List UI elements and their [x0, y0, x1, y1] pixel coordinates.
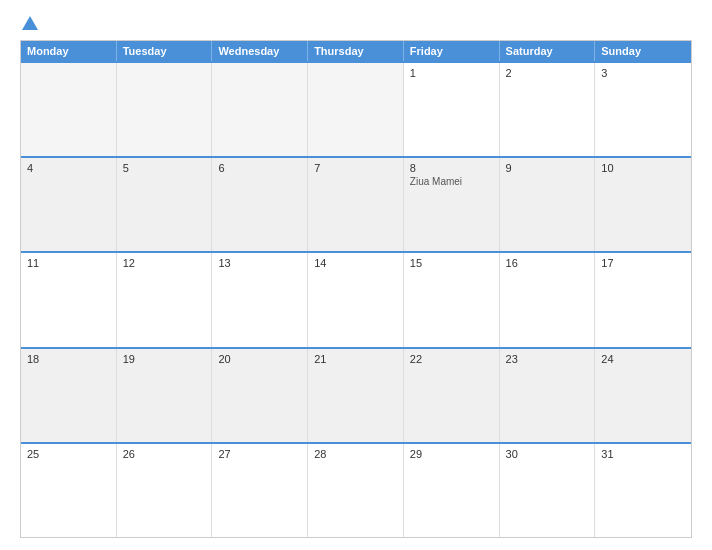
- day-headers: MondayTuesdayWednesdayThursdayFridaySatu…: [21, 41, 691, 61]
- day-number: 17: [601, 257, 685, 269]
- day-number: 4: [27, 162, 110, 174]
- day-header-tuesday: Tuesday: [117, 41, 213, 61]
- day-cell: [117, 63, 213, 156]
- week-row-3: 18192021222324: [21, 347, 691, 442]
- day-header-thursday: Thursday: [308, 41, 404, 61]
- day-number: 11: [27, 257, 110, 269]
- day-cell: 2: [500, 63, 596, 156]
- day-number: 23: [506, 353, 589, 365]
- day-number: 16: [506, 257, 589, 269]
- day-cell: 7: [308, 158, 404, 251]
- day-number: 27: [218, 448, 301, 460]
- day-cell: 9: [500, 158, 596, 251]
- day-cell: 15: [404, 253, 500, 346]
- day-header-saturday: Saturday: [500, 41, 596, 61]
- day-number: 29: [410, 448, 493, 460]
- day-cell: 10: [595, 158, 691, 251]
- day-number: 6: [218, 162, 301, 174]
- day-number: 5: [123, 162, 206, 174]
- day-cell: 20: [212, 349, 308, 442]
- day-number: 8: [410, 162, 493, 174]
- week-row-4: 25262728293031: [21, 442, 691, 537]
- day-number: 14: [314, 257, 397, 269]
- day-cell: 30: [500, 444, 596, 537]
- day-cell: 6: [212, 158, 308, 251]
- day-number: 24: [601, 353, 685, 365]
- day-cell: 29: [404, 444, 500, 537]
- day-cell: 28: [308, 444, 404, 537]
- day-cell: 31: [595, 444, 691, 537]
- calendar-page: MondayTuesdayWednesdayThursdayFridaySatu…: [0, 0, 712, 550]
- day-number: 20: [218, 353, 301, 365]
- day-cell: 4: [21, 158, 117, 251]
- day-number: 12: [123, 257, 206, 269]
- day-header-sunday: Sunday: [595, 41, 691, 61]
- day-cell: 26: [117, 444, 213, 537]
- day-cell: 8Ziua Mamei: [404, 158, 500, 251]
- week-row-0: 123: [21, 61, 691, 156]
- day-number: 26: [123, 448, 206, 460]
- day-cell: 5: [117, 158, 213, 251]
- day-number: 30: [506, 448, 589, 460]
- day-number: 15: [410, 257, 493, 269]
- day-header-wednesday: Wednesday: [212, 41, 308, 61]
- day-cell: 16: [500, 253, 596, 346]
- day-number: 7: [314, 162, 397, 174]
- logo: [20, 16, 40, 30]
- day-cell: 27: [212, 444, 308, 537]
- day-event: Ziua Mamei: [410, 176, 493, 187]
- day-cell: 18: [21, 349, 117, 442]
- day-cell: 13: [212, 253, 308, 346]
- day-number: 19: [123, 353, 206, 365]
- day-cell: 22: [404, 349, 500, 442]
- day-cell: 11: [21, 253, 117, 346]
- day-cell: 23: [500, 349, 596, 442]
- day-cell: 25: [21, 444, 117, 537]
- day-cell: 3: [595, 63, 691, 156]
- day-cell: [21, 63, 117, 156]
- calendar: MondayTuesdayWednesdayThursdayFridaySatu…: [20, 40, 692, 538]
- day-number: 31: [601, 448, 685, 460]
- day-number: 28: [314, 448, 397, 460]
- day-cell: [308, 63, 404, 156]
- logo-triangle-icon: [22, 16, 38, 30]
- day-header-friday: Friday: [404, 41, 500, 61]
- header: [20, 16, 692, 30]
- day-number: 3: [601, 67, 685, 79]
- day-cell: 17: [595, 253, 691, 346]
- day-number: 18: [27, 353, 110, 365]
- day-number: 25: [27, 448, 110, 460]
- day-header-monday: Monday: [21, 41, 117, 61]
- day-number: 13: [218, 257, 301, 269]
- day-number: 21: [314, 353, 397, 365]
- day-cell: 24: [595, 349, 691, 442]
- day-cell: 19: [117, 349, 213, 442]
- day-number: 9: [506, 162, 589, 174]
- day-cell: [212, 63, 308, 156]
- week-row-1: 45678Ziua Mamei910: [21, 156, 691, 251]
- day-cell: 14: [308, 253, 404, 346]
- week-row-2: 11121314151617: [21, 251, 691, 346]
- day-number: 22: [410, 353, 493, 365]
- day-number: 1: [410, 67, 493, 79]
- weeks: 12345678Ziua Mamei9101112131415161718192…: [21, 61, 691, 537]
- day-cell: 12: [117, 253, 213, 346]
- day-number: 2: [506, 67, 589, 79]
- day-cell: 21: [308, 349, 404, 442]
- day-cell: 1: [404, 63, 500, 156]
- day-number: 10: [601, 162, 685, 174]
